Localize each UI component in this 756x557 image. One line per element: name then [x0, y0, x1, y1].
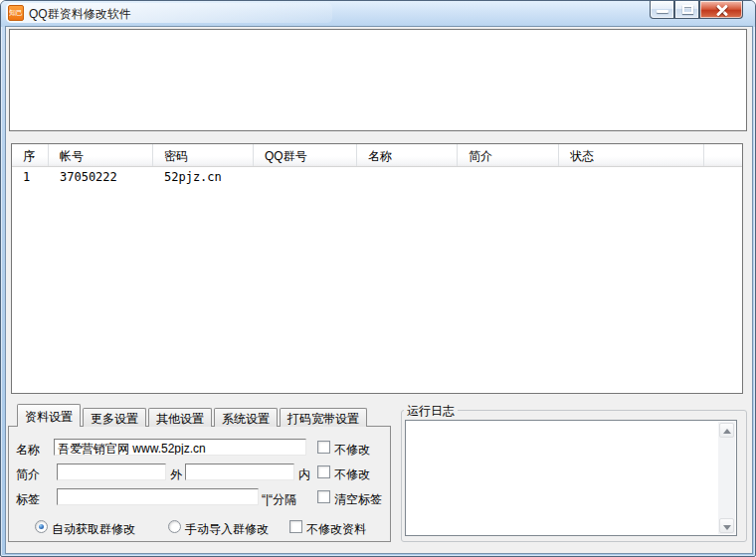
cell-intro [458, 167, 559, 186]
column-header-name[interactable]: 名称 [357, 144, 458, 166]
clear-tags-label[interactable]: 清空标签 [334, 491, 382, 508]
tags-separator-hint: “|“分隔 [262, 491, 296, 508]
tab-other-settings[interactable]: 其他设置 [148, 408, 212, 427]
minimize-icon [657, 10, 668, 13]
cell-status [559, 167, 704, 186]
no-modify-profile-checkbox[interactable] [289, 520, 302, 533]
top-empty-panel [9, 29, 747, 131]
arrow-down-icon [723, 525, 731, 530]
app-window: 知己 QQ群资料修改软件 序 帐号 密码 QQ群号 名称 简介 状态 1 [0, 0, 756, 557]
cell-name [357, 167, 458, 186]
name-no-modify-label[interactable]: 不修改 [334, 442, 370, 459]
table-header-row: 序 帐号 密码 QQ群号 名称 简介 状态 [12, 144, 742, 167]
column-header-password[interactable]: 密码 [153, 144, 254, 166]
column-header-seq[interactable]: 序 [12, 144, 49, 166]
window-title: QQ群资料修改软件 [29, 6, 131, 23]
column-header-account[interactable]: 帐号 [49, 144, 153, 166]
name-no-modify-checkbox[interactable] [317, 441, 330, 454]
client-area: 序 帐号 密码 QQ群号 名称 简介 状态 1 37050222 52pjz.c… [5, 26, 753, 554]
cell-seq: 1 [12, 167, 49, 186]
log-scrollbar[interactable] [718, 422, 735, 534]
tab-profile-settings[interactable]: 资料设置 [17, 404, 81, 427]
intro-outer-input[interactable] [57, 464, 166, 480]
cell-password: 52pjz.cn [153, 167, 254, 186]
intro-outer-suffix: 外 [170, 466, 182, 483]
tab-more-settings[interactable]: 更多设置 [83, 408, 146, 427]
account-table: 序 帐号 密码 QQ群号 名称 简介 状态 1 37050222 52pjz.c… [11, 143, 743, 394]
maximize-icon [682, 5, 693, 14]
clear-tags-checkbox[interactable] [317, 490, 330, 503]
intro-no-modify-label[interactable]: 不修改 [334, 466, 370, 483]
name-input[interactable]: 吾爱营销官网 www.52pjz.cn [54, 439, 306, 456]
name-label: 名称 [16, 442, 40, 459]
titlebar[interactable]: 知己 QQ群资料修改软件 [1, 1, 755, 27]
manual-import-label[interactable]: 手动导入群修改 [185, 521, 269, 538]
maximize-button[interactable] [674, 1, 699, 19]
run-log-textarea[interactable] [405, 420, 737, 536]
cell-qqgroup [254, 167, 357, 186]
auto-fetch-radio[interactable] [35, 520, 48, 533]
minimize-button[interactable] [650, 1, 674, 19]
tab-system-settings[interactable]: 系统设置 [214, 408, 278, 427]
column-header-status[interactable]: 状态 [559, 144, 704, 166]
intro-no-modify-checkbox[interactable] [317, 465, 330, 478]
app-icon: 知己 [8, 5, 24, 21]
intro-inner-input[interactable] [185, 464, 294, 480]
close-button[interactable] [699, 1, 743, 19]
cell-account: 37050222 [49, 167, 153, 186]
tags-input[interactable] [57, 488, 259, 505]
auto-fetch-label[interactable]: 自动获取群修改 [52, 521, 135, 538]
settings-tabstrip: 资料设置 更多设置 其他设置 系统设置 打码宽带设置 [17, 404, 369, 427]
tab-captcha-bandwidth-settings[interactable]: 打码宽带设置 [280, 408, 367, 427]
scroll-down-button[interactable] [719, 518, 734, 533]
column-header-filler [704, 144, 742, 166]
intro-label: 简介 [16, 466, 40, 483]
column-header-qqgroup[interactable]: QQ群号 [254, 144, 357, 166]
profile-settings-panel: 名称 吾爱营销官网 www.52pjz.cn 不修改 简介 外 内 不修改 标签… [8, 426, 391, 542]
close-icon [715, 4, 729, 16]
run-log-title: 运行日志 [404, 403, 458, 420]
table-row[interactable]: 1 37050222 52pjz.cn [12, 167, 742, 186]
intro-inner-suffix: 内 [298, 466, 310, 483]
column-header-intro[interactable]: 简介 [458, 144, 559, 166]
no-modify-profile-label[interactable]: 不修改资料 [306, 521, 366, 538]
tags-label: 标签 [16, 491, 40, 508]
scroll-up-button[interactable] [719, 423, 734, 438]
manual-import-radio[interactable] [168, 520, 181, 533]
arrow-up-icon [723, 429, 731, 434]
